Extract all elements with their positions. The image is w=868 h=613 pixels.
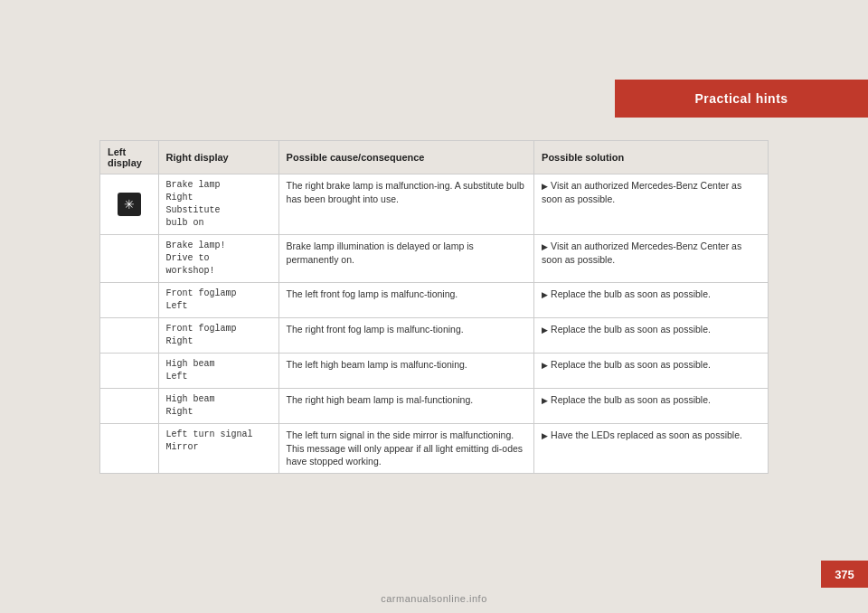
bullet-arrow-icon: ▶ xyxy=(542,395,548,407)
solution-cell: ▶Visit an authorized Mercedes-Benz Cente… xyxy=(534,174,769,235)
page-number: 375 xyxy=(835,568,854,581)
table-row: High beam RightThe right high beam lamp … xyxy=(100,389,769,424)
right-display-cell: High beam Right xyxy=(158,389,278,424)
table-row: Left turn signal MirrorThe left turn sig… xyxy=(100,424,769,474)
header-banner: Practical hints xyxy=(615,80,868,118)
col-solution: Possible solution xyxy=(534,141,769,174)
left-display-cell xyxy=(100,318,159,354)
lamp-fault-table: Left display Right display Possible caus… xyxy=(99,140,769,474)
right-display-cell: Front foglamp Left xyxy=(158,283,278,318)
solution-cell: ▶Replace the bulb as soon as possible. xyxy=(534,389,769,424)
cause-cell: The left front fog lamp is malfunc-tioni… xyxy=(278,283,533,318)
watermark: carmanualsonline.info xyxy=(381,593,487,604)
page-number-badge: 375 xyxy=(821,561,868,588)
brake-lamp-icon xyxy=(118,193,141,216)
cause-cell: The right high beam lamp is mal-function… xyxy=(278,389,533,424)
col-right-display: Right display xyxy=(158,141,278,174)
left-display-cell xyxy=(100,354,159,389)
solution-cell: ▶Replace the bulb as soon as possible. xyxy=(534,354,769,389)
col-left-display: Left display xyxy=(100,141,159,174)
bullet-arrow-icon: ▶ xyxy=(542,241,548,253)
table-row: Brake lamp Right Substitute bulb onThe r… xyxy=(100,174,769,235)
left-display-cell xyxy=(100,174,159,235)
table-header-row: Left display Right display Possible caus… xyxy=(100,141,769,174)
table-row: Front foglamp RightThe right front fog l… xyxy=(100,318,769,354)
solution-cell: ▶Have the LEDs replaced as soon as possi… xyxy=(534,424,769,474)
solution-cell: ▶Replace the bulb as soon as possible. xyxy=(534,318,769,354)
left-display-cell xyxy=(100,424,159,474)
right-display-cell: High beam Left xyxy=(158,354,278,389)
bullet-arrow-icon: ▶ xyxy=(542,360,548,372)
bullet-arrow-icon: ▶ xyxy=(542,289,548,301)
left-display-cell xyxy=(100,389,159,424)
cause-cell: The right front fog lamp is malfunc-tion… xyxy=(278,318,533,354)
cause-cell: The right brake lamp is malfunction-ing.… xyxy=(278,174,533,235)
right-display-cell: Front foglamp Right xyxy=(158,318,278,354)
main-table-container: Left display Right display Possible caus… xyxy=(99,140,769,505)
right-display-cell: Brake lamp! Drive to workshop! xyxy=(158,235,278,283)
right-display-cell: Left turn signal Mirror xyxy=(158,424,278,474)
solution-cell: ▶Replace the bulb as soon as possible. xyxy=(534,283,769,318)
table-row: Front foglamp LeftThe left front fog lam… xyxy=(100,283,769,318)
col-cause: Possible cause/consequence xyxy=(278,141,533,174)
solution-cell: ▶Visit an authorized Mercedes-Benz Cente… xyxy=(534,235,769,283)
cause-cell: The left high beam lamp is malfunc-tioni… xyxy=(278,354,533,389)
table-row: High beam LeftThe left high beam lamp is… xyxy=(100,354,769,389)
cause-cell: Brake lamp illumination is delayed or la… xyxy=(278,235,533,283)
right-display-cell: Brake lamp Right Substitute bulb on xyxy=(158,174,278,235)
section-title: Practical hints xyxy=(694,91,788,106)
table-row: Brake lamp! Drive to workshop!Brake lamp… xyxy=(100,235,769,283)
bullet-arrow-icon: ▶ xyxy=(542,325,548,336)
cause-cell: The left turn signal in the side mirror … xyxy=(278,424,533,474)
bullet-arrow-icon: ▶ xyxy=(542,430,548,442)
bullet-arrow-icon: ▶ xyxy=(542,181,548,193)
left-display-cell xyxy=(100,235,159,283)
left-display-cell xyxy=(100,283,159,318)
